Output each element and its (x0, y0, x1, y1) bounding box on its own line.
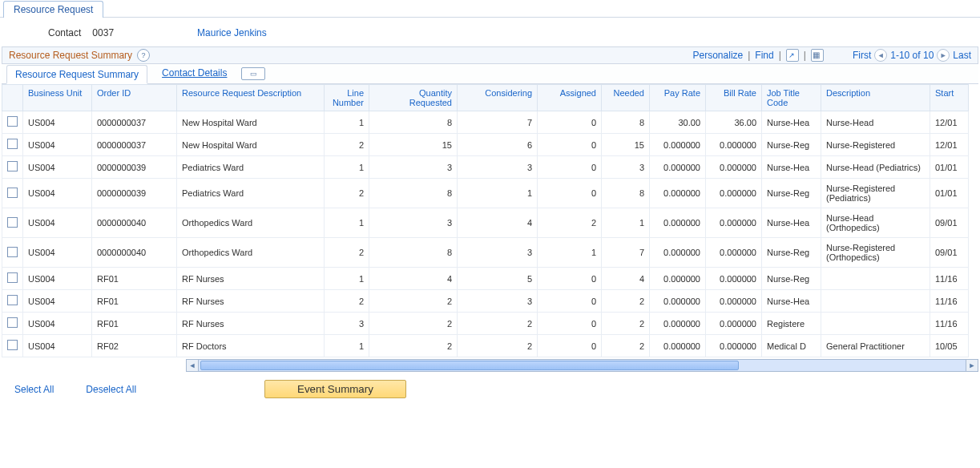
cell-assigned: 0 (538, 313, 602, 335)
col-order-id[interactable]: Order ID (92, 85, 177, 111)
grid-header-row: Business Unit Order ID Resource Request … (2, 85, 969, 111)
col-needed[interactable]: Needed (602, 85, 650, 111)
nav-next-icon[interactable]: ► (937, 49, 950, 62)
cell-bill: 0.000000 (706, 290, 762, 313)
find-link[interactable]: Find (755, 50, 773, 61)
subtab-summary[interactable]: Resource Request Summary (6, 65, 147, 84)
cell-order: RF01 (92, 290, 177, 313)
row-checkbox[interactable] (7, 272, 18, 283)
cell-line: 1 (325, 335, 369, 357)
cell-bill: 0.000000 (706, 208, 762, 238)
contact-name-link[interactable]: Maurice Jenkins (197, 27, 267, 38)
cell-pay: 0.000000 (650, 268, 706, 290)
summary-header: Resource Request Summary ? Personalize |… (2, 46, 978, 63)
col-bill-rate[interactable]: Bill Rate (706, 85, 762, 111)
cell-qty: 15 (369, 134, 458, 156)
col-select (2, 85, 23, 111)
resource-request-grid: Business Unit Order ID Resource Request … (2, 84, 969, 357)
cell-bill: 0.000000 (706, 179, 762, 208)
cell-start: 10/05 (930, 335, 969, 357)
cell-considering: 5 (458, 268, 538, 290)
table-row: US004RF02RF Doctors122020.0000000.000000… (2, 335, 969, 357)
nav-last[interactable]: Last (953, 50, 971, 61)
col-line-number[interactable]: Line Number (325, 85, 369, 111)
cell-bill: 0.000000 (706, 156, 762, 179)
cell-qty: 8 (369, 238, 458, 268)
row-checkbox[interactable] (7, 188, 18, 198)
deselect-all-link[interactable]: Deselect All (86, 384, 136, 395)
col-job-title-code[interactable]: Job Title Code (762, 85, 821, 111)
scroll-track[interactable] (199, 359, 966, 372)
cell-bu: US004 (23, 156, 92, 179)
row-checkbox[interactable] (7, 295, 18, 305)
cell-desc: RF Nurses (177, 313, 325, 335)
col-description[interactable]: Resource Request Description (177, 85, 325, 111)
expand-all-icon[interactable]: ▭ (241, 67, 265, 80)
row-checkbox[interactable] (7, 139, 18, 149)
table-row: US0040000000040Orthopedics Ward283170.00… (2, 238, 969, 268)
cell-bill: 0.000000 (706, 335, 762, 357)
cell-bu: US004 (23, 335, 92, 357)
contact-row: Contact 0037 Maurice Jenkins (0, 18, 980, 46)
cell-jdesc: Nurse-Registered (Orthopedics) (821, 238, 930, 268)
nav-first[interactable]: First (853, 50, 871, 61)
zoom-icon[interactable] (786, 49, 799, 62)
tab-resource-request[interactable]: Resource Request (3, 1, 103, 18)
cell-pay: 0.000000 (650, 313, 706, 335)
cell-jdesc: Nurse-Head (Pediatrics) (821, 156, 930, 179)
cell-jdesc (821, 313, 930, 335)
cell-bill: 0.000000 (706, 268, 762, 290)
cell-jdesc: Nurse-Registered (Pediatrics) (821, 179, 930, 208)
cell-line: 2 (325, 290, 369, 313)
col-qty-requested[interactable]: Quantity Requested (369, 85, 458, 111)
cell-needed: 3 (602, 156, 650, 179)
personalize-link[interactable]: Personalize (693, 50, 744, 61)
col-pay-rate[interactable]: Pay Rate (650, 85, 706, 111)
row-checkbox[interactable] (7, 161, 18, 171)
row-checkbox[interactable] (7, 247, 18, 257)
row-checkbox[interactable] (7, 217, 18, 228)
cell-needed: 15 (602, 134, 650, 156)
cell-jtc: Registere (762, 313, 821, 335)
cell-bill: 0.000000 (706, 134, 762, 156)
scroll-left-icon[interactable]: ◄ (186, 359, 199, 372)
cell-bu: US004 (23, 268, 92, 290)
nav-range: 1-10 of 10 (890, 50, 934, 61)
col-assigned[interactable]: Assigned (538, 85, 602, 111)
cell-jtc: Nurse-Reg (762, 134, 821, 156)
table-row: US0040000000039Pediatrics Ward133030.000… (2, 156, 969, 179)
cell-start: 11/16 (930, 290, 969, 313)
select-all-link[interactable]: Select All (14, 384, 54, 395)
scroll-thumb[interactable] (200, 361, 739, 370)
cell-desc: RF Nurses (177, 268, 325, 290)
cell-desc: New Hospital Ward (177, 134, 325, 156)
help-icon[interactable]: ? (137, 49, 150, 62)
cell-line: 1 (325, 268, 369, 290)
row-checkbox[interactable] (7, 340, 18, 350)
cell-needed: 8 (602, 179, 650, 208)
horizontal-scrollbar[interactable]: ◄ ► (2, 359, 978, 372)
cell-start: 01/01 (930, 179, 969, 208)
col-business-unit[interactable]: Business Unit (23, 85, 92, 111)
cell-assigned: 0 (538, 290, 602, 313)
row-checkbox[interactable] (7, 116, 18, 127)
event-summary-button[interactable]: Event Summary (264, 380, 406, 398)
nav-prev-icon[interactable]: ◄ (874, 49, 887, 62)
cell-desc: New Hospital Ward (177, 111, 325, 134)
table-row: US0040000000040Orthopedics Ward134210.00… (2, 208, 969, 238)
col-start[interactable]: Start (930, 85, 969, 111)
scroll-right-icon[interactable]: ► (966, 359, 978, 372)
table-row: US004RF01RF Nurses145040.0000000.000000N… (2, 268, 969, 290)
col-considering[interactable]: Considering (458, 85, 538, 111)
cell-pay: 0.000000 (650, 156, 706, 179)
subtab-contact-details[interactable]: Contact Details (154, 64, 235, 83)
cell-start: 01/01 (930, 156, 969, 179)
cell-line: 2 (325, 134, 369, 156)
cell-bu: US004 (23, 313, 92, 335)
cell-considering: 1 (458, 179, 538, 208)
row-checkbox[interactable] (7, 317, 18, 328)
cell-qty: 3 (369, 156, 458, 179)
download-grid-icon[interactable] (811, 49, 824, 62)
cell-qty: 2 (369, 290, 458, 313)
col-job-description[interactable]: Description (821, 85, 930, 111)
